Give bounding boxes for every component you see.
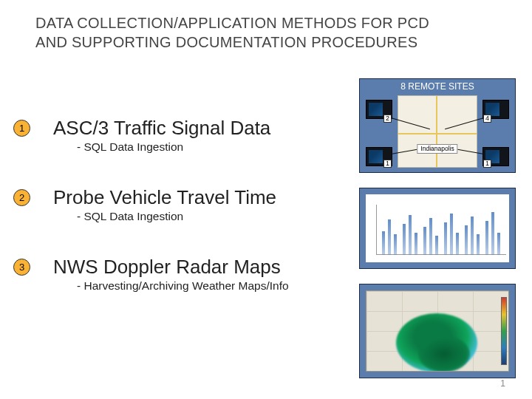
city-label: Indianapolis	[417, 144, 457, 154]
precipitation-blob	[418, 335, 470, 372]
radar-graphic	[366, 290, 509, 372]
list-item: 2 Probe Vehicle Travel Time - SQL Data I…	[13, 186, 324, 223]
item-subtext: - SQL Data Ingestion	[53, 140, 324, 154]
device-count: 4	[483, 115, 491, 123]
device-count: 1	[383, 160, 392, 168]
slide-title: DATA COLLECTION/APPLICATION METHODS FOR …	[35, 13, 449, 52]
side-panels: 8 REMOTE SITES Indianapolis 2 4 1 1	[359, 78, 516, 393]
map-graphic	[398, 95, 477, 168]
chart-graphic	[366, 194, 509, 262]
item-heading: NWS Doppler Radar Maps	[53, 256, 324, 278]
list-item: 1 ASC/3 Traffic Signal Data - SQL Data I…	[13, 117, 324, 154]
item-number-badge: 1	[13, 120, 30, 137]
device-count: 1	[483, 160, 491, 168]
item-number-badge: 2	[13, 189, 30, 206]
travel-time-chart-panel	[359, 188, 516, 269]
page-number: 1	[500, 378, 505, 389]
radar-map-panel	[359, 284, 516, 378]
item-heading: ASC/3 Traffic Signal Data	[53, 117, 324, 139]
list-item: 3 NWS Doppler Radar Maps - Harvesting/Ar…	[13, 256, 324, 293]
panel-title: 8 REMOTE SITES	[360, 79, 515, 93]
device-count: 2	[383, 115, 392, 123]
item-subtext: - SQL Data Ingestion	[53, 210, 324, 223]
item-heading: Probe Vehicle Travel Time	[53, 186, 324, 208]
method-list: 1 ASC/3 Traffic Signal Data - SQL Data I…	[13, 117, 324, 325]
remote-sites-panel: 8 REMOTE SITES Indianapolis 2 4 1 1	[359, 78, 516, 173]
item-subtext: - Harvesting/Archiving Weather Maps/Info	[53, 279, 324, 293]
color-legend	[501, 297, 507, 365]
item-number-badge: 3	[13, 259, 30, 276]
